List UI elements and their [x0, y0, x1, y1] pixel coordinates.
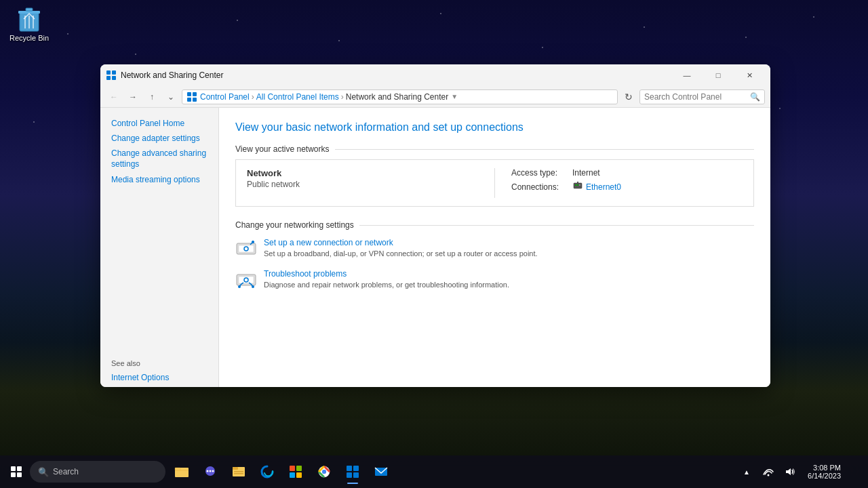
sidebar-see-also-firewall[interactable]: Windows Defender Firewall [100, 385, 218, 387]
ethernet-link[interactable]: Ethernet0 [586, 182, 621, 192]
taskbar-app-mail[interactable] [368, 458, 395, 485]
breadcrumb-dropdown[interactable]: ▼ [451, 93, 458, 100]
svg-rect-51 [347, 472, 352, 478]
svg-rect-6 [106, 70, 111, 75]
svg-rect-41 [234, 473, 243, 474]
connections-row: Connections: Ethernet0 [511, 180, 743, 193]
svg-rect-42 [290, 466, 295, 471]
sidebar-item-media-streaming[interactable]: Media streaming options [100, 172, 218, 187]
taskbar-clock[interactable]: 3:08 PM 6/14/2023 [802, 464, 846, 480]
address-bar: ← → ↑ ⌄ Control Panel › All Control Pane… [100, 86, 770, 108]
taskbar-app-store[interactable] [282, 458, 309, 485]
close-button[interactable]: ✕ [734, 64, 765, 86]
connections-label: Connections: [511, 182, 572, 192]
set-up-connection-icon [235, 238, 257, 260]
notification-button[interactable] [849, 462, 863, 481]
breadcrumb-item-2: All Control Panel Items [256, 92, 339, 102]
minimize-button[interactable]: — [671, 64, 703, 86]
troubleshoot-icon [235, 269, 257, 291]
network-name: Network [247, 168, 478, 178]
taskbar-app-edge[interactable] [254, 458, 281, 485]
refresh-button[interactable]: ↻ [620, 89, 637, 105]
taskbar-pinned-apps [168, 458, 395, 485]
window-title: Network and Sharing Center [121, 70, 671, 80]
show-hidden-icons-button[interactable]: ▲ [737, 462, 756, 481]
taskbar-search-icon: 🔍 [38, 467, 49, 477]
troubleshoot-content: Troubleshoot problems Diagnose and repai… [264, 269, 754, 289]
svg-rect-55 [851, 467, 861, 476]
window-controls: — □ ✕ [671, 64, 765, 86]
svg-point-30 [252, 285, 254, 288]
troubleshoot-desc: Diagnose and repair network problems, or… [264, 281, 509, 289]
search-box[interactable]: 🔍 [639, 89, 765, 104]
breadcrumb-path[interactable]: Control Panel › All Control Panel Items … [182, 89, 618, 104]
svg-rect-9 [112, 76, 116, 80]
forward-button[interactable]: → [125, 89, 141, 105]
network-details: Access type: Internet Connections: [495, 168, 743, 198]
network-tray-icon[interactable] [759, 462, 778, 481]
set-up-connection-link[interactable]: Set up a new connection or network [264, 238, 754, 247]
svg-point-48 [322, 470, 326, 474]
svg-rect-33 [175, 468, 180, 470]
maximize-button[interactable]: □ [703, 64, 734, 86]
breadcrumb-sep-2: › [341, 92, 344, 102]
search-input[interactable] [644, 92, 750, 102]
svg-point-36 [210, 470, 212, 472]
recycle-bin-label: Recycle Bin [9, 34, 49, 42]
set-up-connection-item: Set up a new connection or network Set u… [235, 238, 754, 260]
taskbar-app-chat[interactable] [197, 458, 224, 485]
access-type-row: Access type: Internet [511, 168, 743, 178]
svg-rect-12 [187, 98, 191, 102]
svg-rect-39 [233, 467, 238, 470]
desktop: Recycle Bin Network and Sharing Center —… [0, 0, 868, 488]
access-type-value: Internet [572, 168, 600, 178]
network-sharing-center-window: Network and Sharing Center — □ ✕ ← → ↑ ⌄… [100, 64, 770, 387]
window-app-icon [106, 70, 117, 81]
clock-date: 6/14/2023 [808, 472, 841, 480]
taskbar-app-chrome[interactable] [311, 458, 338, 485]
recycle-bin-icon[interactable]: Recycle Bin [5, 5, 53, 42]
svg-rect-52 [353, 472, 359, 478]
svg-point-29 [238, 285, 241, 288]
recent-button[interactable]: ⌄ [163, 89, 179, 105]
svg-rect-11 [193, 92, 197, 96]
search-icon: 🔍 [750, 92, 760, 102]
svg-rect-2 [26, 8, 33, 11]
svg-rect-44 [290, 472, 295, 478]
taskbar-search-bar[interactable]: 🔍 Search [30, 461, 165, 483]
svg-rect-45 [296, 472, 302, 478]
volume-tray-icon[interactable] [781, 462, 800, 481]
window-titlebar: Network and Sharing Center — □ ✕ [100, 64, 770, 86]
svg-rect-43 [296, 466, 302, 471]
breadcrumb-item-1: Control Panel [200, 92, 250, 102]
svg-rect-15 [575, 184, 576, 186]
troubleshoot-link[interactable]: Troubleshoot problems [264, 269, 754, 279]
sidebar-item-change-adapter[interactable]: Change adapter settings [100, 131, 218, 146]
active-networks-header: View your active networks [235, 144, 754, 154]
recycle-bin-image [16, 5, 43, 33]
taskbar-app-control-panel[interactable] [339, 458, 366, 485]
taskbar-search-label: Search [53, 467, 79, 476]
page-title: View your basic network information and … [235, 121, 754, 134]
access-type-label: Access type: [511, 168, 572, 178]
svg-rect-40 [234, 471, 243, 472]
breadcrumb-sep-1: › [252, 92, 254, 102]
see-also-label: See also [100, 357, 218, 370]
windows-logo-icon [11, 466, 22, 477]
taskbar-app-file-explorer[interactable] [168, 458, 195, 485]
sidebar-see-also-internet-options[interactable]: Internet Options [100, 370, 218, 385]
network-card: Network Public network Access type: Inte… [235, 159, 754, 207]
back-button[interactable]: ← [106, 89, 122, 105]
svg-rect-10 [187, 92, 191, 96]
taskbar-app-file-manager[interactable] [225, 458, 252, 485]
start-button[interactable] [5, 461, 27, 483]
taskbar-tray: ▲ 3:08 PM 6/14/2023 [737, 462, 863, 481]
svg-rect-8 [106, 76, 111, 80]
troubleshoot-item: Troubleshoot problems Diagnose and repai… [235, 269, 754, 291]
main-content: View your basic network information and … [219, 108, 770, 387]
svg-point-35 [207, 470, 209, 472]
sidebar-item-control-panel-home[interactable]: Control Panel Home [100, 116, 218, 131]
svg-point-54 [768, 474, 770, 476]
sidebar-item-change-advanced-sharing[interactable]: Change advanced sharing settings [100, 146, 218, 172]
up-button[interactable]: ↑ [144, 89, 160, 105]
